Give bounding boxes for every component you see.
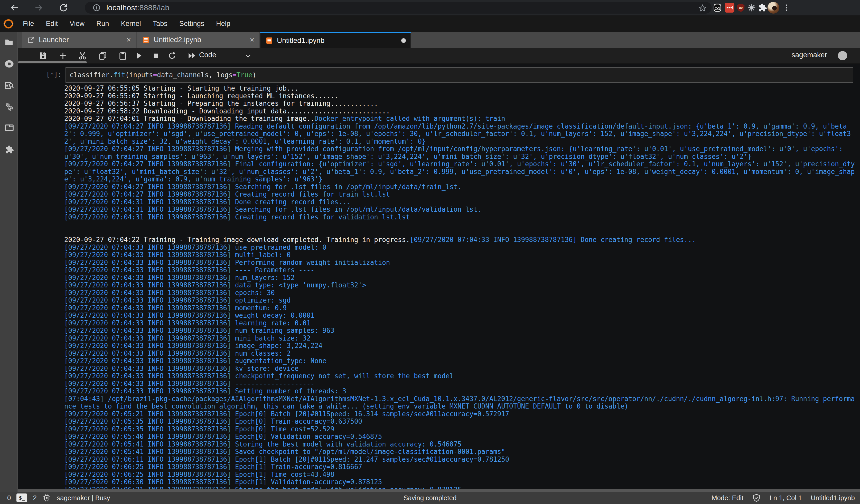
cell-prompt: [*]: <box>18 67 62 83</box>
tab-label: Untitled2.ipynb <box>154 36 201 44</box>
code-line: classifier.fit(inputs=data_channels, log… <box>66 71 256 79</box>
log-run: [09/27/2020 07:04:33 INFO 13998873878713… <box>64 281 366 289</box>
menu-help[interactable]: Help <box>210 15 236 32</box>
running-sessions-icon[interactable] <box>4 59 14 68</box>
ublock-letters: uo <box>739 6 743 10</box>
log-run: [09/27/2020 07:04:33 INFO 13998873878713… <box>64 243 327 251</box>
log-run: [09/27/2020 07:04:33 INFO 13998873878713… <box>64 319 311 327</box>
menu-file[interactable]: File <box>17 15 40 32</box>
log-run: [09/27/2020 07:04:33 INFO 13998873878713… <box>64 274 295 282</box>
code-token: = <box>232 71 236 79</box>
log-run: [09/27/2020 07:04:33 INFO 13998873878713… <box>64 251 291 259</box>
chevron-down-icon[interactable] <box>244 52 252 60</box>
restart-kernel-icon[interactable] <box>168 51 177 60</box>
bookmark-star-icon[interactable] <box>698 4 707 13</box>
log-run: [09/27/2020 07:04:27 INFO 13998873878713… <box>64 190 390 198</box>
save-icon[interactable] <box>39 51 48 60</box>
cell-type-select[interactable]: Code <box>199 51 216 59</box>
log-run: [09/27/2020 07:04:33 INFO 13998873878713… <box>64 335 311 342</box>
add-cell-icon[interactable] <box>58 51 68 60</box>
log-run: [09/27/2020 07:05:41 INFO 13998873878713… <box>64 448 505 456</box>
browser-forward-icon[interactable] <box>33 3 44 13</box>
log-run: 2020-09-27 07:04:01 Training - Downloadi… <box>64 115 314 122</box>
burst-extension-icon[interactable] <box>746 3 757 13</box>
log-run: 2020-09-27 06:58:22 Downloading - Downlo… <box>64 107 390 115</box>
output-text: 2020-09-27 06:55:05 Starting - Starting … <box>64 85 855 489</box>
log-run: [09/27/2020 07:04:33 INFO 13998873878713… <box>64 266 314 274</box>
notebook-icon <box>142 36 150 44</box>
goggles-extension-icon[interactable] <box>712 3 722 13</box>
code-cell[interactable]: [*]: classifier.fit(inputs=data_channels… <box>18 67 860 83</box>
folder-icon[interactable] <box>4 38 14 47</box>
password-manager-extension-icon[interactable] <box>725 3 735 13</box>
log-run: [09/27/2020 07:06:31 INFO 13998873878713… <box>64 486 462 489</box>
horizontal-scrollbar-thumb[interactable] <box>18 61 87 63</box>
code-token: fit <box>113 71 125 79</box>
log-run: [09/27/2020 07:06:30 INFO 13998873878713… <box>64 478 382 486</box>
saving-status: Saving completed <box>0 494 860 502</box>
paste-cell-icon[interactable] <box>118 51 127 60</box>
site-info-icon[interactable] <box>92 4 101 12</box>
cut-cell-icon[interactable] <box>78 51 87 60</box>
run-all-icon[interactable] <box>187 51 197 60</box>
log-run: [09/27/2020 07:04:33 INFO 13998873878713… <box>64 296 291 304</box>
launcher-icon <box>27 36 35 44</box>
browser-menu-kebab-icon[interactable] <box>782 3 792 13</box>
tab-untitled2[interactable]: Untitled2.ipynb × <box>137 32 259 48</box>
menu-edit[interactable]: Edit <box>40 15 64 32</box>
log-run: [09/27/2020 07:05:21 INFO 13998873878713… <box>64 410 509 418</box>
log-run: [07:04:43] /opt/brazil-pkg-cache/package… <box>64 395 855 410</box>
url-bar[interactable]: localhost:8888/lab <box>85 2 712 14</box>
code-token: (inputs <box>125 71 153 79</box>
tab-close-icon[interactable]: × <box>106 35 131 44</box>
open-tabs-icon[interactable] <box>4 123 14 132</box>
log-run: [09/27/2020 07:04:27 INFO 13998873878713… <box>64 160 855 183</box>
url-text[interactable]: localhost:8888/lab <box>106 3 169 12</box>
menu-run[interactable]: Run <box>90 15 115 32</box>
code-token: data_channels, logs <box>157 71 232 79</box>
code-token: = <box>153 71 157 79</box>
unsaved-dot-icon[interactable] <box>401 38 406 43</box>
code-token: True <box>236 71 253 79</box>
notebook-icon <box>265 36 273 45</box>
log-run: [09/27/2020 07:04:31 INFO 13998873878713… <box>64 213 410 221</box>
kernel-busy-indicator[interactable] <box>838 51 847 60</box>
log-run: [09/27/2020 07:04:33 INFO 13998873878713… <box>64 327 334 335</box>
browser-reload-icon[interactable] <box>58 3 69 13</box>
kernel-name-button[interactable]: sagemaker <box>791 51 827 59</box>
run-cell-icon[interactable] <box>134 51 143 60</box>
log-run: [09/27/2020 07:04:33 INFO 13998873878713… <box>64 357 327 365</box>
browser-back-icon[interactable] <box>10 3 20 13</box>
menu-tabs[interactable]: Tabs <box>147 15 173 32</box>
log-run: [09/27/2020 07:06:25 INFO 13998873878713… <box>64 463 362 471</box>
extensions-puzzle-icon[interactable] <box>757 3 768 13</box>
ublock-extension-icon[interactable]: uo <box>736 3 746 13</box>
log-run: [09/27/2020 07:04:33 INFO 13998873878713… <box>64 387 346 395</box>
log-run: [09/27/2020 07:04:27 INFO 13998873878713… <box>64 145 847 160</box>
log-run: [09/27/2020 07:05:40 INFO 13998873878713… <box>64 433 382 440</box>
log-run: [09/27/2020 07:05:41 INFO 13998873878713… <box>64 440 462 448</box>
activity-sidebar <box>0 32 18 492</box>
menu-view[interactable]: View <box>64 15 90 32</box>
menu-kernel[interactable]: Kernel <box>115 15 147 32</box>
stop-kernel-icon[interactable] <box>151 51 160 60</box>
puzzle-icon[interactable] <box>4 145 14 154</box>
profile-avatar[interactable] <box>768 2 779 14</box>
tab-close-icon[interactable]: × <box>229 35 254 44</box>
tab-launcher[interactable]: Launcher × <box>22 32 136 48</box>
gears-icon[interactable] <box>4 102 14 111</box>
log-run: [09/27/2020 07:04:33 INFO 13998873878713… <box>64 365 299 372</box>
tab-untitled1-active[interactable]: Untitled1.ipynb <box>260 32 411 48</box>
log-run: [09/27/2020 07:06:11 INFO 13998873878713… <box>64 456 509 463</box>
copy-cell-icon[interactable] <box>98 51 108 60</box>
sagemaker-logo-icon <box>3 18 14 30</box>
notebook-panel: [*]: classifier.fit(inputs=data_channels… <box>18 64 860 489</box>
log-run: 2020-09-27 06:56:37 Starting - Preparing… <box>64 100 378 107</box>
cell-editor[interactable]: classifier.fit(inputs=data_channels, log… <box>66 67 853 83</box>
menu-settings[interactable]: Settings <box>173 15 210 32</box>
log-run: [09/27/2020 07:04:33 INFO 13998873878713… <box>64 289 275 297</box>
inspector-icon[interactable] <box>4 80 14 90</box>
log-run: [09/27/2020 07:05:35 INFO 13998873878713… <box>64 417 362 425</box>
log-run: [09/27/2020 07:04:27 INFO 13998873878713… <box>64 122 851 145</box>
log-run: [09/27/2020 07:04:33 INFO 13998873878713… <box>64 304 287 312</box>
